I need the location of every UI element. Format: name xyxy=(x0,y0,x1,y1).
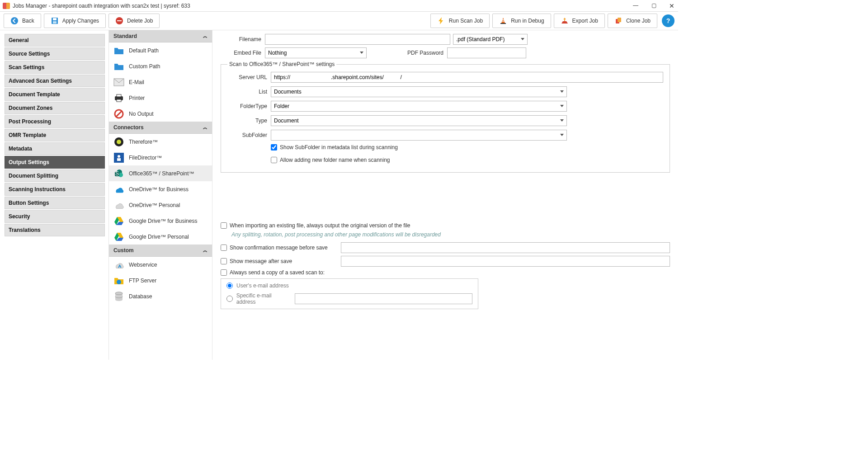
back-button[interactable]: Back xyxy=(4,14,41,28)
nav-item-source-settings[interactable]: Source Settings xyxy=(5,47,105,60)
delete-button[interactable]: Delete Job xyxy=(108,14,160,28)
apply-label: Apply Changes xyxy=(62,18,99,24)
radio-user-email[interactable]: User's e-mail address xyxy=(226,282,472,289)
nav-item-scanning-instructions[interactable]: Scanning Instructions xyxy=(5,183,105,196)
svg-rect-15 xyxy=(117,99,121,102)
nav-item-post-processing[interactable]: Post Processing xyxy=(5,115,105,128)
cb-show-subfolder-input[interactable] xyxy=(271,144,277,151)
output-option-google-drive-personal[interactable]: Google Drive™ Personal xyxy=(109,229,212,245)
acc-header-connectors[interactable]: Connectors ︽ xyxy=(109,122,212,134)
option-label: Google Drive™ for Business xyxy=(129,218,197,224)
sharepoint-settings-group: Scan to Office365™ / SharePoint™ setting… xyxy=(221,61,670,173)
delete-icon xyxy=(115,17,123,25)
nav-item-general[interactable]: General xyxy=(5,34,105,47)
output-option-default-path[interactable]: Default Path xyxy=(109,42,212,58)
output-type-list: Standard ︽ Default PathCustom PathE-Mail… xyxy=(108,30,212,360)
export-button[interactable]: Export Job xyxy=(554,14,605,28)
embed-label: Embed File xyxy=(221,50,261,56)
output-option-filedirector[interactable]: FileDirector™ xyxy=(109,150,212,165)
apply-button[interactable]: Apply Changes xyxy=(44,14,106,28)
option-label: OneDrive™ for Business xyxy=(129,186,189,193)
export-label: Export Job xyxy=(572,18,598,24)
radio-user-email-input[interactable] xyxy=(226,282,233,289)
delete-label: Delete Job xyxy=(127,18,153,24)
maximize-button[interactable]: ▢ xyxy=(650,2,657,9)
output-option-therefore[interactable]: Therefore™ xyxy=(109,134,212,150)
option-icon xyxy=(113,61,124,72)
cb-output-original[interactable]: When importing an existing file, always … xyxy=(221,222,670,229)
svg-rect-3 xyxy=(53,21,57,24)
foldertype-label: FolderType xyxy=(227,103,267,109)
type-label: Type xyxy=(227,118,267,124)
nav-item-security[interactable]: Security xyxy=(5,210,105,223)
nav-item-translations[interactable]: Translations xyxy=(5,224,105,236)
cb-allow-new-folder[interactable]: Allow adding new folder name when scanni… xyxy=(271,157,390,163)
close-button[interactable]: ✕ xyxy=(668,2,675,9)
pdf-password-input[interactable] xyxy=(447,47,526,58)
run-label: Run Scan Job xyxy=(449,18,483,24)
cb-always-send[interactable]: Always send a copy of a saved scan to: xyxy=(221,269,670,276)
type-select[interactable]: Document xyxy=(271,115,567,126)
acc-label-standard: Standard xyxy=(113,33,137,39)
cb-allow-new-folder-input[interactable] xyxy=(271,157,277,163)
cb-msg-after-input[interactable] xyxy=(221,258,227,264)
minimize-button[interactable]: — xyxy=(632,2,639,9)
option-label: Custom Path xyxy=(129,63,160,70)
option-icon xyxy=(113,216,124,226)
nav-item-scan-settings[interactable]: Scan Settings xyxy=(5,61,105,74)
cb-always-send-input[interactable] xyxy=(221,269,227,276)
output-option-office365-sharepoint[interactable]: SOffice365™ / SharePoint™ xyxy=(109,165,212,181)
output-option-e-mail[interactable]: E-Mail xyxy=(109,74,212,90)
radio-specific-email[interactable]: Specific e-mail address xyxy=(226,292,472,305)
cb-output-original-input[interactable] xyxy=(221,222,227,229)
settings-nav: GeneralSource SettingsScan SettingsAdvan… xyxy=(0,30,108,360)
msg-after-text-input[interactable] xyxy=(341,256,670,267)
subfolder-select[interactable] xyxy=(271,130,567,141)
server-url-input[interactable] xyxy=(271,72,663,83)
nav-item-advanced-scan-settings[interactable]: Advanced Scan Settings xyxy=(5,75,105,87)
output-option-custom-path[interactable]: Custom Path xyxy=(109,58,212,74)
cb-always-send-label: Always send a copy of a saved scan to: xyxy=(230,269,325,276)
cb-confirm-before-input[interactable] xyxy=(221,245,227,251)
list-select[interactable]: Documents xyxy=(271,86,567,97)
foldertype-select[interactable]: Folder xyxy=(271,101,567,112)
nav-item-metadata[interactable]: Metadata xyxy=(5,142,105,155)
option-icon xyxy=(113,136,124,147)
svg-text:S: S xyxy=(115,170,119,177)
nav-item-document-template[interactable]: Document Template xyxy=(5,88,105,101)
confirm-before-text-input[interactable] xyxy=(341,242,670,253)
acc-header-custom[interactable]: Custom ︽ xyxy=(109,245,212,257)
svg-point-19 xyxy=(117,140,121,144)
output-option-database[interactable]: Database xyxy=(109,288,212,304)
output-option-onedrive-for-business[interactable]: OneDrive™ for Business xyxy=(109,181,212,197)
nav-item-output-settings[interactable]: Output Settings xyxy=(5,156,105,169)
clone-button[interactable]: Clone Job xyxy=(608,14,657,28)
help-button[interactable]: ? xyxy=(662,14,675,27)
nav-item-button-settings[interactable]: Button Settings xyxy=(5,197,105,209)
nav-item-document-splitting[interactable]: Document Splitting xyxy=(5,169,105,182)
specific-email-input[interactable] xyxy=(295,293,472,304)
acc-label-connectors: Connectors xyxy=(113,124,144,131)
output-option-google-drive-for-business[interactable]: Google Drive™ for Business xyxy=(109,213,212,229)
hint-original: Any splitting, rotation, post processing… xyxy=(231,231,670,238)
embed-file-select[interactable]: Nothing xyxy=(265,47,367,58)
option-icon xyxy=(113,77,124,88)
radio-specific-email-input[interactable] xyxy=(226,296,233,302)
cb-show-subfolder[interactable]: Show SubFolder in metadata list during s… xyxy=(271,144,398,151)
output-option-webservice[interactable]: Webservice xyxy=(109,257,212,273)
filename-input[interactable] xyxy=(265,34,450,45)
list-label: List xyxy=(227,89,267,95)
file-ext-select[interactable]: .pdf (Standard PDF) xyxy=(453,34,528,45)
chevron-up-icon: ︽ xyxy=(203,124,208,131)
output-option-printer[interactable]: Printer xyxy=(109,90,212,106)
output-option-ftp-server[interactable]: FTP Server xyxy=(109,273,212,288)
nav-item-document-zones[interactable]: Document Zones xyxy=(5,102,105,114)
run-scan-button[interactable]: Run Scan Job xyxy=(430,14,490,28)
output-option-onedrive-personal[interactable]: OneDrive™ Personal xyxy=(109,197,212,213)
option-icon xyxy=(113,93,124,103)
nav-item-omr-template[interactable]: OMR Template xyxy=(5,129,105,141)
output-option-no-output[interactable]: No Output xyxy=(109,106,212,122)
acc-header-standard[interactable]: Standard ︽ xyxy=(109,30,212,42)
cb-show-subfolder-label: Show SubFolder in metadata list during s… xyxy=(280,144,398,151)
run-debug-button[interactable]: Run in Debug xyxy=(492,14,551,28)
